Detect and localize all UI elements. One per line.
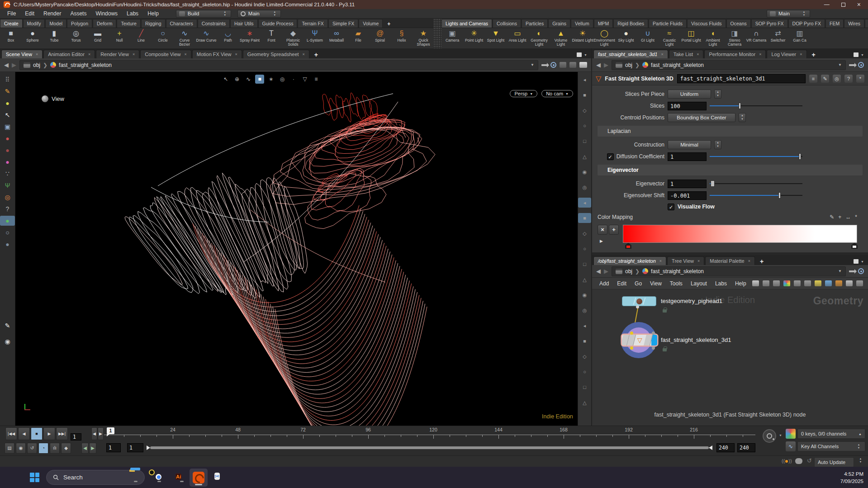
shelf-tab-crowds[interactable]: Crowds xyxy=(865,19,868,28)
close-icon[interactable]: × xyxy=(748,259,750,263)
build-spinner[interactable]: ▲▼ xyxy=(222,10,228,17)
pane-add-tab-button[interactable]: + xyxy=(808,51,820,58)
shelf-tab-guide-process[interactable]: Guide Process xyxy=(258,19,298,28)
play-reverse-button[interactable]: ◀ xyxy=(18,427,30,440)
ramp-add-icon[interactable]: + xyxy=(838,214,841,220)
shelf-tab-texture[interactable]: Texture xyxy=(117,19,140,28)
snapshot-icon[interactable]: ■ xyxy=(578,90,591,100)
close-icon[interactable]: × xyxy=(235,52,237,57)
breadcrumb-root[interactable]: obj xyxy=(625,268,632,275)
ramp-delete-point-button[interactable]: × xyxy=(598,225,607,235)
shelf-tool-tube[interactable]: ▮Tube xyxy=(43,28,65,48)
shelf-tool-caustic-light[interactable]: ≈Caustic Light xyxy=(659,28,680,48)
shelf-tool-curve-bezier[interactable]: ∿Curve Bezier xyxy=(174,28,195,48)
path-dropdown-icon[interactable]: ▼ xyxy=(838,269,842,273)
dropdown-spinner-icon[interactable]: ▲▼ xyxy=(714,140,721,149)
shelf-tab-mpm[interactable]: MPM xyxy=(594,19,613,28)
shelf-tab-hair-utils[interactable]: Hair Utils xyxy=(230,19,258,28)
pane-tab-render-view[interactable]: Render View× xyxy=(96,50,139,58)
close-icon[interactable]: × xyxy=(303,52,305,57)
keys-summary-dropdown[interactable]: 0 keys, 0/0 channels▲ xyxy=(797,429,865,439)
pin-icon[interactable] xyxy=(849,64,855,66)
link-icon[interactable] xyxy=(858,268,864,274)
visibility-icon[interactable]: ◇ xyxy=(578,105,591,115)
slices-per-piece-dropdown[interactable]: Uniform xyxy=(668,90,711,99)
range-next-icon[interactable]: ▶ xyxy=(89,443,96,454)
tree-view-icon[interactable] xyxy=(763,280,769,286)
shelf-tool-vr-camera[interactable]: ∩VR Camera xyxy=(745,28,767,48)
persp-view-pill[interactable]: Persp▼ xyxy=(510,90,537,97)
menu-assets[interactable]: Assets xyxy=(66,9,91,18)
global-end-field[interactable]: 240 xyxy=(737,443,755,452)
shelf-tab-create[interactable]: Create xyxy=(0,19,23,28)
eigensolver-shift-slider[interactable] xyxy=(710,192,802,199)
shelf-tool-font[interactable]: TFont xyxy=(261,28,282,48)
gallery-icon[interactable] xyxy=(835,280,842,286)
shelf-tab-particles[interactable]: Particles xyxy=(522,19,548,28)
file-explorer-icon[interactable] xyxy=(129,471,142,483)
breadcrumb-node[interactable]: fast_straight_skeleton xyxy=(59,62,112,68)
net-menu-layout[interactable]: Layout xyxy=(687,280,711,288)
pane-tab-geometry-spreadsheet[interactable]: Geometry Spreadsheet× xyxy=(243,50,309,58)
key-all-channels-dropdown[interactable]: Key All Channels ▲▼ xyxy=(797,441,865,451)
net-menu-view[interactable]: View xyxy=(646,280,665,288)
list-view-icon[interactable] xyxy=(773,280,780,286)
shelf-tool-stereo-camera[interactable]: ◨Stereo Camera xyxy=(724,28,745,48)
node-name-field[interactable]: fast_straight_skeleton_3d1 xyxy=(677,74,806,83)
input-connector-2[interactable] xyxy=(652,332,655,335)
ml-icon[interactable] xyxy=(795,458,802,464)
layout-icon[interactable] xyxy=(804,280,811,286)
pane-menu-dropdown-icon[interactable]: ▼ xyxy=(584,53,587,57)
menu-edit[interactable]: Edit xyxy=(20,9,39,18)
shelf-tool-gi-light[interactable]: ∪GI Light xyxy=(637,28,659,48)
group-list-icon[interactable]: ■ xyxy=(578,336,591,346)
shelf-tool-portal-light[interactable]: ◫Portal Light xyxy=(680,28,702,48)
shelf-tool-area-light[interactable]: ▭Area Light xyxy=(507,28,528,48)
breadcrumb[interactable]: obj ❯ fast_straight_skeleton ▼ xyxy=(612,266,846,276)
network-tools-icon[interactable] xyxy=(752,280,759,286)
net-menu-tools[interactable]: Tools xyxy=(666,280,686,288)
pane-expand-icon[interactable]: ◂ xyxy=(578,75,591,85)
camera-select-pill[interactable]: No cam▼ xyxy=(541,90,573,97)
main-view-combo[interactable]: Main ▲▼ xyxy=(237,10,281,18)
pane-tab-material-palette[interactable]: Material Palette× xyxy=(705,256,755,265)
gear-icon[interactable]: * xyxy=(856,75,864,83)
help-icon[interactable]: ? xyxy=(844,75,853,83)
box-select-icon[interactable]: ■ xyxy=(255,75,264,84)
fog-icon[interactable]: ◉ xyxy=(578,290,591,300)
shelf-tab-oceans[interactable]: Oceans xyxy=(726,19,751,28)
close-icon[interactable]: × xyxy=(88,52,90,57)
jump-start-button[interactable]: |◀◀ xyxy=(5,427,17,440)
houdini-taskbar-icon[interactable] xyxy=(190,469,208,487)
particles-icon[interactable]: □ xyxy=(578,259,591,269)
shelf-tab-polygon[interactable]: Polygon xyxy=(67,19,92,28)
smooth-shaded-icon[interactable]: ■ xyxy=(578,213,591,223)
link-icon[interactable] xyxy=(858,62,864,68)
globe-tool-icon[interactable]: ○ xyxy=(0,227,15,237)
playbar-options-icon[interactable]: ▤ xyxy=(5,443,14,454)
shelf-tool-platonic-solids[interactable]: ◆Platonic Solids xyxy=(282,28,304,48)
diffusion-checkbox[interactable]: ✓ xyxy=(607,153,614,160)
key-dropdown-icon[interactable]: ▼ xyxy=(779,434,782,437)
close-icon[interactable]: × xyxy=(759,52,761,57)
shelf-tool-circle[interactable]: ○Circle xyxy=(152,28,174,48)
color-palette-icon[interactable] xyxy=(783,280,790,286)
sprites-icon[interactable]: △ xyxy=(578,275,591,284)
visualize-flow-checkbox[interactable]: ✓ xyxy=(668,204,674,210)
find-icon[interactable] xyxy=(846,280,853,286)
menu-render[interactable]: Render xyxy=(39,9,66,18)
shelf-tool-gan-ca[interactable]: ▥Gan Ca xyxy=(789,28,811,48)
node-label[interactable]: testgeometry_pighead1 xyxy=(661,298,722,304)
shelf-tool-helix[interactable]: §Helix xyxy=(391,28,413,48)
screen-display-icon[interactable] xyxy=(579,62,587,68)
range-end-field[interactable]: 240 xyxy=(716,443,735,452)
forward-icon[interactable]: ▶ xyxy=(604,62,608,68)
spheres-tool-icon[interactable]: ∵ xyxy=(0,169,15,179)
shelf-tab-viscous-fluids[interactable]: Viscous Fluids xyxy=(687,19,726,28)
prev-frame-button[interactable]: ◀ xyxy=(91,427,97,440)
breadcrumb-root[interactable]: obj xyxy=(625,62,632,68)
menu-help[interactable]: Help xyxy=(143,9,163,18)
pane-add-tab-button[interactable]: + xyxy=(756,258,768,265)
sliders-icon[interactable]: ≡ xyxy=(809,75,817,83)
shelf-tool-grid[interactable]: ▬Grid xyxy=(87,28,109,48)
